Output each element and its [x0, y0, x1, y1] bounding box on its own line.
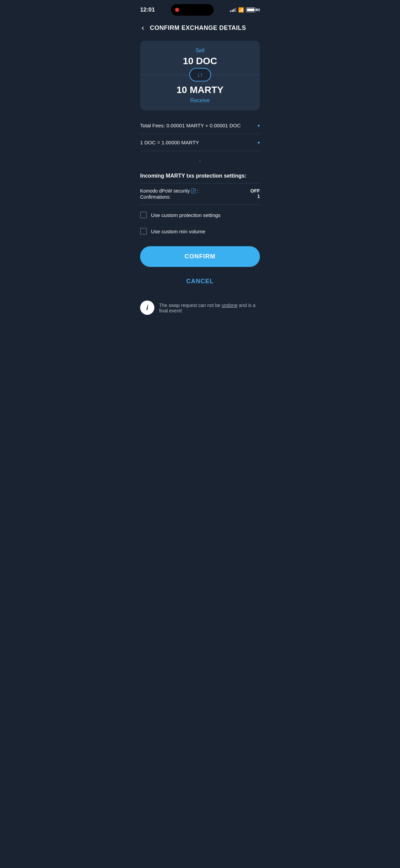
sell-section: Sell 10 DOC ↓↑: [140, 41, 260, 75]
battery-tip: [256, 9, 256, 11]
confirmations-label: Confirmations:: [140, 194, 198, 200]
header: ‹ CONFIRM EXCHANGE DETAILS: [133, 18, 267, 41]
custom-protection-checkbox[interactable]: [140, 212, 147, 218]
protection-row: Komodo dPoW security ↗ : Confirmations: …: [140, 183, 260, 205]
fees-label: Total Fees: 0.00001 MARTY + 0.00001 DOC: [140, 123, 241, 128]
custom-min-volume-row: Use custom min volume: [140, 223, 260, 239]
protection-left: Komodo dPoW security ↗ : Confirmations:: [140, 188, 198, 200]
status-time: 12:01: [140, 6, 155, 13]
fees-row[interactable]: Total Fees: 0.00001 MARTY + 0.00001 DOC …: [140, 117, 260, 134]
info-footer: i The swap request can not be undone and…: [133, 295, 267, 320]
info-footer-text: The swap request can not be undone and i…: [159, 301, 260, 313]
wifi-icon: 📶: [238, 7, 244, 13]
komodo-row: Komodo dPoW security ↗ :: [140, 188, 198, 194]
dynamic-island-area: [171, 4, 214, 16]
dynamic-island: [171, 4, 214, 16]
custom-min-volume-checkbox[interactable]: [140, 228, 147, 235]
komodo-label: Komodo dPoW security: [140, 188, 190, 194]
rate-dropdown-arrow: ▾: [258, 140, 260, 145]
recording-dot: [175, 8, 179, 12]
signal-bar-3: [233, 9, 234, 12]
protection-title: Incoming MARTY txs protection settings:: [140, 169, 260, 183]
battery-fill: [247, 8, 254, 11]
divider-dash: -: [133, 155, 267, 169]
info-section: Total Fees: 0.00001 MARTY + 0.00001 DOC …: [133, 117, 267, 151]
confirmations-value: 1: [250, 194, 260, 199]
back-button[interactable]: ‹: [140, 22, 146, 34]
receive-label: Receive: [147, 97, 253, 104]
battery-percent: 80: [256, 8, 260, 12]
rate-label: 1 DOC = 1.00000 MARTY: [140, 140, 199, 145]
battery-container: [246, 7, 255, 12]
exchange-card: Sell 10 DOC ↓↑ 10 MARTY Receive: [140, 41, 260, 110]
confirm-button[interactable]: CONFIRM: [140, 246, 260, 267]
battery: 80: [246, 7, 260, 12]
buttons-section: CONFIRM CANCEL: [133, 239, 267, 294]
status-bar: 12:01 📶 80: [133, 0, 267, 18]
fees-dropdown-arrow: ▾: [258, 123, 260, 128]
checkbox-section: Use custom protection settings Use custo…: [133, 207, 267, 239]
cancel-button[interactable]: CANCEL: [140, 272, 260, 290]
receive-amount: 10 MARTY: [147, 85, 253, 95]
signal-bar-1: [230, 11, 231, 12]
sell-amount: 10 DOC: [147, 56, 253, 67]
signal-bars: [230, 8, 236, 12]
custom-protection-label: Use custom protection settings: [151, 212, 221, 218]
signal-bar-2: [232, 10, 233, 12]
swap-icon-button[interactable]: ↓↑: [189, 68, 211, 82]
protection-section: Incoming MARTY txs protection settings: …: [133, 169, 267, 205]
external-link-icon[interactable]: ↗: [191, 188, 196, 193]
komodo-value: OFF: [250, 188, 260, 194]
info-icon-circle: i: [140, 301, 154, 315]
sell-label: Sell: [147, 48, 253, 54]
swap-icon-container: ↓↑: [189, 68, 211, 82]
colon-label: :: [197, 188, 198, 194]
page-title: CONFIRM EXCHANGE DETAILS: [146, 24, 250, 32]
info-text-content: The swap request can not be undone and i…: [159, 303, 255, 313]
protection-values: OFF 1: [250, 188, 260, 199]
rate-row[interactable]: 1 DOC = 1.00000 MARTY ▾: [140, 134, 260, 151]
status-right: 📶 80: [230, 7, 260, 13]
custom-min-volume-label: Use custom min volume: [151, 229, 205, 234]
info-icon: i: [146, 304, 148, 312]
custom-protection-row: Use custom protection settings: [140, 207, 260, 223]
swap-arrows-icon: ↓↑: [197, 71, 203, 78]
signal-bar-4: [235, 8, 236, 12]
